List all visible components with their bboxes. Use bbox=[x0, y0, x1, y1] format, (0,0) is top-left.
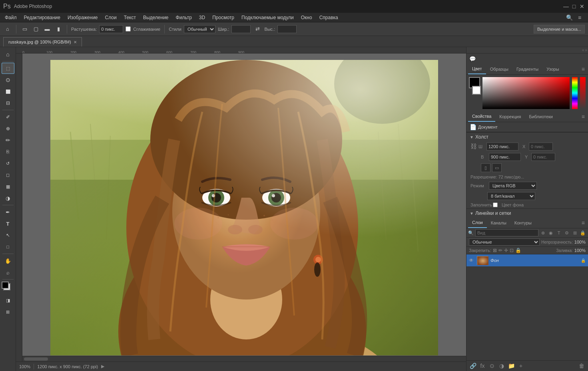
layer-filter-icon[interactable]: ◉ bbox=[547, 229, 554, 236]
menu-select[interactable]: Выделение bbox=[140, 14, 172, 21]
layer-text-icon[interactable]: T bbox=[555, 229, 562, 236]
scrollbar-thumb[interactable] bbox=[24, 357, 48, 361]
selection-row-icon[interactable]: ▬ bbox=[43, 25, 52, 34]
tab-correction[interactable]: Коррекция bbox=[495, 112, 525, 121]
swap-icon[interactable]: ⇄ bbox=[253, 25, 262, 34]
heal-button[interactable]: ⊕ bbox=[2, 123, 14, 134]
eyedropper-button[interactable]: ✐ bbox=[2, 111, 14, 123]
properties-panel-menu-icon[interactable]: ≡ bbox=[580, 112, 586, 121]
panel-expand-button[interactable]: » bbox=[585, 48, 587, 52]
menu-window[interactable]: Окно bbox=[298, 14, 315, 21]
layer-adjust-icon[interactable]: ⚙ bbox=[563, 229, 570, 236]
comment-icon-button[interactable]: 💬 bbox=[468, 54, 477, 63]
add-mask-button[interactable]: ⊙ bbox=[488, 362, 496, 370]
zoom-button[interactable]: ⌕ bbox=[2, 267, 14, 278]
photo-canvas[interactable] bbox=[50, 60, 438, 355]
background-color[interactable] bbox=[472, 86, 481, 95]
lock-transparent-icon[interactable]: ⊠ bbox=[493, 248, 497, 253]
layer-visibility-icon[interactable]: 👁 bbox=[469, 258, 474, 263]
canvas-width-input[interactable] bbox=[486, 143, 518, 151]
workspace-button[interactable]: ≡ bbox=[575, 13, 584, 22]
tab-libraries[interactable]: Библиотеки bbox=[525, 112, 557, 121]
mode-select[interactable]: Цвета RGB bbox=[489, 182, 537, 190]
color-panel-menu-icon[interactable]: ≡ bbox=[580, 64, 586, 74]
panel-collapse-button[interactable]: « bbox=[582, 48, 584, 52]
tab-patterns[interactable]: Узоры bbox=[542, 64, 563, 74]
horizontal-scrollbar[interactable] bbox=[22, 356, 466, 361]
tab-channels[interactable]: Каналы bbox=[487, 218, 510, 228]
tool-home-icon[interactable]: ⌂ bbox=[3, 25, 12, 34]
history-button[interactable]: ↺ bbox=[2, 158, 14, 169]
layers-search-input[interactable] bbox=[475, 229, 538, 236]
color-spectrum[interactable] bbox=[482, 77, 570, 109]
screen-mode-button[interactable]: ⊞ bbox=[2, 306, 14, 317]
layer-smart-icon[interactable]: ⊞ bbox=[571, 229, 578, 236]
lasso-button[interactable]: ⊙ bbox=[2, 74, 14, 85]
lock-artboards-icon[interactable]: ⊡ bbox=[510, 248, 514, 253]
crop-button[interactable]: ⊟ bbox=[2, 97, 14, 109]
canvas-height-input[interactable] bbox=[489, 153, 521, 161]
link-constraint-icon[interactable]: ⛓ bbox=[470, 143, 477, 150]
search-button[interactable]: 🔍 bbox=[565, 13, 574, 22]
hue-strip[interactable] bbox=[572, 77, 578, 109]
selection-col-icon[interactable]: ▮ bbox=[54, 25, 63, 34]
lock-pixels-icon[interactable]: ✏ bbox=[498, 248, 502, 253]
menu-text[interactable]: Текст bbox=[121, 14, 139, 21]
link-layers-button[interactable]: 🔗 bbox=[469, 362, 477, 370]
delete-layer-button[interactable]: 🗑 bbox=[578, 362, 586, 370]
menu-plugins[interactable]: Подключаемые модули bbox=[238, 14, 297, 21]
layers-empty-area[interactable] bbox=[466, 267, 588, 360]
foreground-color-swatch[interactable] bbox=[2, 282, 9, 289]
close-button[interactable]: ✕ bbox=[579, 4, 585, 9]
selection-rounded-icon[interactable]: ▢ bbox=[32, 25, 40, 34]
home-button[interactable]: ⌂ bbox=[2, 49, 14, 60]
tab-close-button[interactable]: ✕ bbox=[74, 40, 77, 44]
tab-layers[interactable]: Слои bbox=[468, 218, 487, 228]
menu-view[interactable]: Просмотр bbox=[209, 14, 237, 21]
selection-rect-icon[interactable]: ▭ bbox=[20, 25, 29, 34]
clone-button[interactable]: ⎘ bbox=[2, 146, 14, 157]
rulers-section-header[interactable]: ▼ Линейки и сетки bbox=[466, 208, 588, 218]
new-layer-from-layer-icon[interactable]: ⊕ bbox=[539, 229, 546, 236]
menu-3d[interactable]: 3D bbox=[196, 14, 208, 21]
shape-button[interactable]: □ bbox=[2, 241, 14, 252]
feather-input[interactable] bbox=[99, 25, 123, 33]
menu-help[interactable]: Справка bbox=[316, 14, 341, 21]
canvas-x-input[interactable] bbox=[529, 143, 553, 151]
object-select-button[interactable]: ⬜ bbox=[2, 86, 14, 97]
menu-layers[interactable]: Слои bbox=[102, 14, 120, 21]
bits-select[interactable]: 8 бит/канал bbox=[487, 192, 535, 200]
status-arrow-button[interactable]: ▶ bbox=[101, 364, 104, 369]
lock-all-icon[interactable]: 🔒 bbox=[515, 248, 521, 253]
fill-checkbox[interactable] bbox=[493, 202, 498, 207]
smooth-checkbox[interactable] bbox=[126, 26, 131, 32]
alpha-strip[interactable] bbox=[580, 77, 586, 109]
new-adjustment-button[interactable]: ◑ bbox=[498, 362, 506, 370]
menu-file[interactable]: Файл bbox=[2, 14, 20, 21]
canvas-section-header[interactable]: ▼ Холст bbox=[466, 132, 588, 141]
quick-mask-button[interactable]: ◨ bbox=[2, 295, 14, 306]
dodge-button[interactable]: ◑ bbox=[2, 192, 14, 204]
style-select[interactable]: Обычный bbox=[184, 25, 215, 33]
layer-row[interactable]: 👁 Фон 🔒 bbox=[466, 254, 588, 267]
tab-paths[interactable]: Контуры bbox=[510, 218, 536, 228]
tab-color[interactable]: Цвет bbox=[468, 64, 486, 74]
layer-filter-toggle[interactable]: 🔒 bbox=[579, 229, 586, 236]
portrait-icon[interactable]: ▯ bbox=[481, 163, 490, 172]
height-input[interactable] bbox=[277, 25, 297, 33]
mask-button[interactable]: Выделение и маска... bbox=[534, 25, 585, 34]
pen-button[interactable]: ✒ bbox=[2, 206, 14, 218]
brush-button[interactable]: ✏ bbox=[2, 135, 14, 146]
landscape-icon[interactable]: ▭ bbox=[492, 163, 502, 172]
path-select-button[interactable]: ↖ bbox=[2, 230, 14, 241]
tab-properties[interactable]: Свойства bbox=[468, 111, 495, 122]
blend-mode-select[interactable]: Обычные bbox=[469, 238, 540, 246]
maximize-button[interactable]: □ bbox=[571, 4, 577, 9]
text-button[interactable]: T bbox=[2, 218, 14, 229]
canvas-y-input[interactable] bbox=[531, 153, 555, 161]
width-input[interactable] bbox=[231, 25, 251, 33]
minimize-button[interactable]: — bbox=[563, 4, 569, 9]
hand-button[interactable]: ✋ bbox=[2, 255, 14, 266]
eraser-button[interactable]: ◻ bbox=[2, 169, 14, 181]
canvas-area[interactable]: 0 100 200 300 400 500 600 700 800 900 bbox=[16, 47, 466, 361]
